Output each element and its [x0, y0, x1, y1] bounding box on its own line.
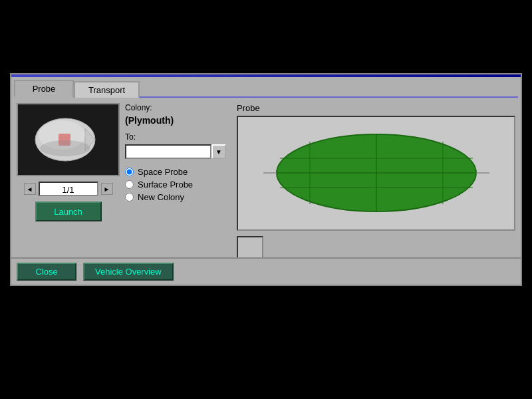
nav-counter: 1/1: [39, 182, 98, 196]
probe-section-label: Probe: [237, 103, 515, 113]
probe-display: [237, 116, 515, 231]
svg-point-4: [40, 140, 90, 156]
content-area: ◄ 1/1 ► Launch Colony: (Plymouth) To: ▼ …: [11, 98, 521, 268]
tab-transport[interactable]: Transport: [74, 81, 140, 98]
right-panel: Probe: [237, 103, 515, 263]
radio-new-colony-label: New Colony: [138, 192, 184, 202]
radio-space-probe-label: Space Probe: [138, 167, 188, 177]
ship-image: [17, 103, 120, 176]
close-button[interactable]: Close: [17, 263, 76, 281]
main-window: Probe Transport: [10, 73, 522, 286]
to-label: To:: [125, 132, 231, 142]
radio-surface-probe-label: Surface Probe: [138, 180, 193, 190]
bottom-bar: Close Vehicle Overview: [11, 257, 521, 285]
left-panel: ◄ 1/1 ► Launch: [17, 103, 120, 263]
tab-line: [140, 96, 518, 98]
destination-input[interactable]: [125, 144, 211, 159]
tab-bar: Probe Transport: [11, 77, 521, 98]
dropdown-button[interactable]: ▼: [211, 144, 226, 159]
radio-new-colony[interactable]: New Colony: [125, 192, 231, 202]
vehicle-overview-button[interactable]: Vehicle Overview: [83, 263, 174, 281]
radio-surface-probe[interactable]: Surface Probe: [125, 180, 231, 190]
radio-space-probe-input[interactable]: [125, 168, 134, 176]
middle-panel: Colony: (Plymouth) To: ▼ Space Probe Sur…: [125, 103, 231, 263]
launch-button[interactable]: Launch: [35, 201, 102, 221]
radio-surface-probe-input[interactable]: [125, 180, 134, 189]
radio-group: Space Probe Surface Probe New Colony: [125, 167, 231, 202]
nav-row: ◄ 1/1 ►: [24, 182, 113, 196]
radio-new-colony-input[interactable]: [125, 193, 134, 201]
colony-name: (Plymouth): [125, 115, 231, 126]
dropdown-row: ▼: [125, 144, 231, 159]
nav-next-button[interactable]: ►: [101, 183, 113, 195]
colony-label: Colony:: [125, 103, 231, 112]
radio-space-probe[interactable]: Space Probe: [125, 167, 231, 177]
probe-ellipse-svg: [257, 125, 496, 221]
tab-probe[interactable]: Probe: [14, 80, 74, 98]
ship-svg: [22, 108, 115, 172]
nav-prev-button[interactable]: ◄: [24, 183, 36, 195]
